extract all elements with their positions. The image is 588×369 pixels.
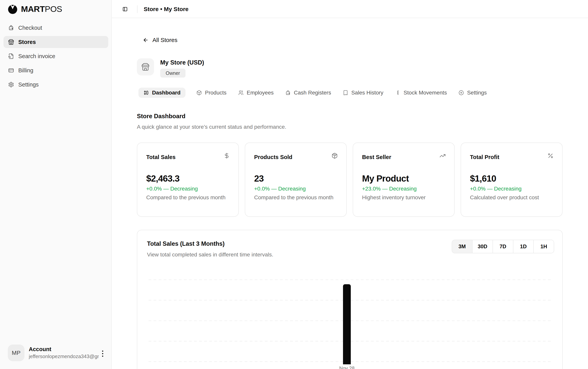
package-icon [331,153,338,159]
store-title: My Store (USD) [160,59,204,66]
badge-icon [458,90,464,95]
back-all-stores-link[interactable]: All Stores [143,37,177,43]
squiggle-icon [395,90,401,95]
tab-label: Stock Movements [404,90,447,96]
tab-settings[interactable]: Settings [458,88,487,98]
x-axis-tick-label: Nov 28 [334,366,360,369]
interval-button-30d[interactable]: 30D [473,240,493,253]
app-window: MARTPOS Checkout [0,0,588,369]
stat-card-trend: +0.0% — Decreasing [146,186,198,192]
brand-name-bold: MART [21,4,45,14]
stat-card-total-profit: Total Profit $1,610 +0.0% — Decreasing C… [461,143,563,217]
stat-card-best-seller: Best Seller My Product +23.0% — Decreasi… [353,143,455,217]
tab-dashboard[interactable]: Dashboard [138,88,186,98]
tab-label: Employees [247,90,274,96]
stat-card-trend: +0.0% — Decreasing [470,186,522,192]
tab-label: Products [205,90,227,96]
chart-title: Total Sales (Last 3 Months) [147,240,225,247]
tab-employees[interactable]: Employees [237,88,275,98]
page-subtitle: A quick glance at your store’s current s… [137,124,286,130]
page-title: Store Dashboard [137,113,186,120]
receipt-icon [343,90,348,95]
sidebar-item-label: Stores [18,39,36,45]
stat-card-description: Calculated over product cost [470,194,554,201]
store-avatar [137,58,154,75]
sidebar-item-checkout[interactable]: Checkout [3,22,108,34]
tab-cash-registers[interactable]: Cash Registers [284,88,332,98]
stat-card-title: Best Seller [362,154,391,160]
interval-button-1h[interactable]: 1H [534,240,554,253]
main-content: All Stores My Store (USD) Owner Dashboar… [112,18,588,369]
stat-card-title: Total Profit [470,154,499,160]
account-menu-kebab-icon[interactable] [99,348,107,359]
brand-logo: MARTPOS [0,0,111,18]
interval-segmented-control: 3M 30D 7D 1D 1H [452,240,554,253]
breadcrumb: Store • My Store [144,0,189,18]
stat-cards-row: Total Sales $2,463.3 +0.0% — Decreasing … [137,143,563,217]
bag-dollar-icon [285,90,291,95]
tab-label: Sales History [351,90,383,96]
stat-card-trend: +23.0% — Decreasing [362,186,417,192]
stat-card-trend: +0.0% — Decreasing [254,186,306,192]
stat-card-title: Products Sold [254,154,292,160]
users-icon [238,90,244,95]
sidebar-item-label: Search invoice [18,53,55,60]
credit-card-icon [8,67,14,73]
tab-label: Cash Registers [294,90,331,96]
sidebar-item-settings[interactable]: Settings [3,79,108,91]
stat-card-value: 23 [254,173,264,184]
interval-button-3m[interactable]: 3M [452,240,473,253]
arrow-left-icon [143,37,149,43]
store-tabs: Dashboard Products Employees [138,88,487,98]
role-badge: Owner [160,69,186,78]
sidebar-item-search-invoice[interactable]: Search invoice [3,50,108,62]
stat-card-description: Compared to the previous month [254,194,338,201]
interval-button-1d[interactable]: 1D [513,240,534,253]
martpos-logo-icon [7,4,18,14]
percent-icon [547,153,554,159]
sales-chart-card: Total Sales (Last 3 Months) View total c… [137,230,563,369]
sidebar-toggle-icon[interactable] [122,6,129,13]
store-icon [8,39,14,45]
bar-nov-28 [343,284,351,364]
stat-card-value: $2,463.3 [146,173,179,184]
account-section[interactable]: MP Account jeffersonlopezmendoza343@gm… [0,342,112,369]
brand-name: MARTPOS [21,4,62,14]
avatar-initials: MP [12,349,21,356]
sidebar-nav: Checkout Stores Searc [3,22,108,93]
stat-card-description: Highest inventory turnover [362,194,446,201]
stat-card-value: $1,610 [470,173,496,184]
dashboard-icon [144,90,149,95]
gridline [149,280,551,280]
tab-products[interactable]: Products [196,88,227,98]
sidebar-item-billing[interactable]: Billing [3,64,108,76]
stat-card-description: Compared to the previous month [146,194,230,201]
tab-label: Settings [467,90,487,96]
tab-label: Dashboard [152,90,180,96]
sidebar-item-label: Billing [18,67,33,74]
dollar-icon [224,153,230,159]
sidebar-item-stores[interactable]: Stores [3,36,108,48]
sidebar: MARTPOS Checkout [0,0,112,369]
file-search-icon [8,53,14,59]
store-icon [141,63,150,71]
stat-card-total-sales: Total Sales $2,463.3 +0.0% — Decreasing … [137,143,239,217]
stat-card-value: My Product [362,173,409,184]
interval-button-7d[interactable]: 7D [493,240,513,253]
stat-card-title: Total Sales [146,154,175,160]
stat-card-products-sold: Products Sold 23 +0.0% — Decreasing Comp… [245,143,347,217]
account-title: Account [29,346,51,352]
account-email: jeffersonlopezmendoza343@gm… [29,353,99,359]
back-link-label: All Stores [153,37,177,43]
tab-sales-history[interactable]: Sales History [342,88,384,98]
avatar: MP [8,345,24,361]
sidebar-item-label: Settings [18,82,39,88]
topbar-divider [137,5,137,13]
tab-stock-movements[interactable]: Stock Movements [394,88,448,98]
chart-subtitle: View total completed sales in different … [147,252,273,258]
package-icon [196,90,202,95]
sidebar-item-label: Checkout [18,25,42,31]
bag-dollar-icon [8,25,14,31]
topbar: Store • My Store [112,0,588,18]
brand-name-light: POS [45,4,62,14]
